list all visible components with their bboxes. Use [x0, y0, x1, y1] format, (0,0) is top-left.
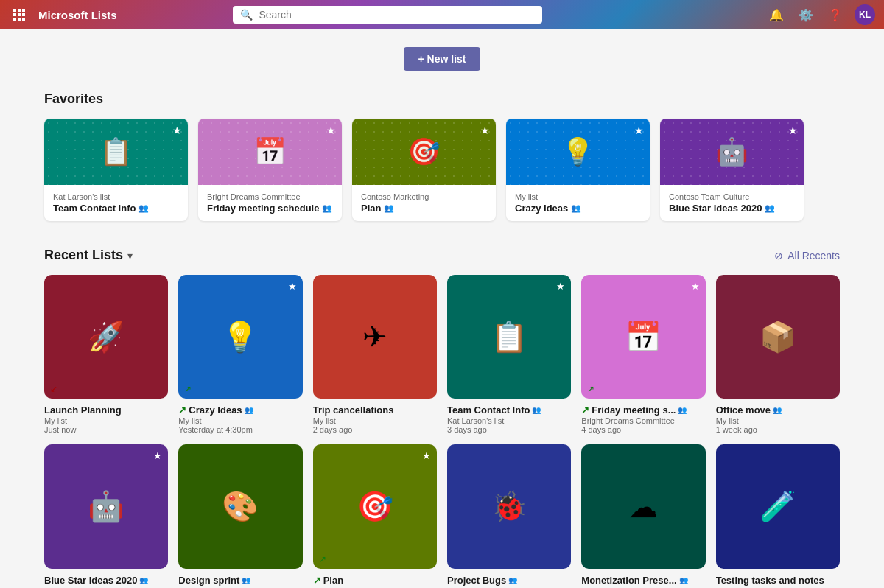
recent-icon: 📅 — [625, 320, 662, 354]
recent-list-item[interactable]: ★ 📅 ↗ ↗Friday meeting s... 👥 Bright Drea… — [581, 275, 705, 434]
fav-title-row: Team Contact Info 👥 — [53, 203, 179, 214]
fav-card-icon: 📋 — [99, 136, 133, 167]
svg-rect-1 — [18, 9, 21, 12]
recent-icon-wrap: 🐞 — [447, 444, 571, 568]
trend-up-icon: ↗ — [587, 384, 594, 394]
trend-prefix-icon: ↗ — [313, 575, 321, 586]
recent-icon-wrap: 🚀 ↙ — [44, 275, 168, 399]
help-icon[interactable]: ❓ — [825, 4, 846, 25]
favorite-card[interactable]: ★ 🤖 Contoso Team Culture Blue Star Ideas… — [660, 119, 804, 221]
fav-card-header: ★ 💡 — [506, 119, 650, 185]
recent-icon: 🚀 — [88, 320, 124, 354]
favorite-card[interactable]: ★ 🎯 Contoso Marketing Plan 👥 — [352, 119, 496, 221]
recent-title: Recent Lists — [44, 248, 123, 263]
settings-icon[interactable]: ⚙️ — [796, 4, 816, 25]
recent-icon-wrap: ★ 🎯 ↗ — [313, 444, 437, 568]
header-right: 🔔 ⚙️ ❓ KL — [766, 4, 875, 25]
search-bar[interactable]: 🔍 — [233, 6, 542, 24]
new-list-button[interactable]: + New list — [404, 47, 481, 71]
star-icon: ★ — [153, 450, 162, 461]
bell-icon[interactable]: 🔔 — [766, 4, 787, 25]
recent-chevron-icon[interactable]: ▾ — [127, 250, 133, 262]
recent-list-item[interactable]: ☁ Monetization Prese... 👥 Kat Larson's l… — [581, 444, 705, 588]
recent-icon: 🤖 — [88, 489, 124, 524]
recent-subtitle: Bright Dreams Committee — [581, 416, 675, 425]
fav-card-header: ★ 📋 — [44, 119, 188, 185]
recent-icon: 🐞 — [491, 489, 527, 524]
star-icon: ★ — [480, 125, 490, 136]
svg-rect-7 — [18, 18, 21, 21]
fav-card-body: My list Crazy Ideas 👥 — [506, 185, 650, 221]
fav-subtitle: Bright Dreams Committee — [207, 192, 333, 201]
trend-prefix-icon: ↗ — [581, 405, 589, 416]
avatar[interactable]: KL — [855, 4, 875, 25]
recent-time: Just now — [44, 425, 76, 434]
favorite-card[interactable]: ★ 📅 Bright Dreams Committee Friday meeti… — [198, 119, 342, 221]
fav-title-row: Plan 👥 — [361, 203, 487, 214]
fav-title-row: Friday meeting schedule 👥 — [207, 203, 333, 214]
waffle-icon[interactable] — [9, 4, 29, 25]
star-icon: ★ — [172, 125, 182, 136]
recent-time: 3 days ago — [447, 425, 487, 434]
share-icon: 👥 — [384, 203, 394, 213]
share-icon: 👥 — [508, 576, 517, 584]
favorite-card[interactable]: ★ 📋 Kat Larson's list Team Contact Info … — [44, 119, 188, 221]
svg-rect-0 — [13, 9, 16, 12]
recent-name: ↗Plan — [313, 575, 343, 586]
recent-list-item[interactable]: 🧪 Testing tasks and notes My list Last m… — [716, 444, 840, 588]
trend-down-icon: ↙ — [50, 384, 57, 394]
svg-rect-8 — [22, 18, 25, 21]
recent-list-item[interactable]: ★ 🎯 ↗ ↗Plan My list 2 weeks ago — [313, 444, 437, 588]
trend-prefix-icon: ↗ — [178, 405, 186, 416]
recent-icon-wrap: 🧪 — [716, 444, 840, 568]
recent-name: ↗Crazy Ideas 👥 — [178, 405, 253, 416]
recent-icon-wrap: ★ 🤖 — [44, 444, 168, 568]
recent-list-item[interactable]: ★ 💡 ↗ ↗Crazy Ideas 👥 My list Yesterday a… — [178, 275, 302, 434]
svg-rect-5 — [22, 13, 25, 16]
recent-icon: 📦 — [760, 320, 796, 354]
recent-name: ↗Friday meeting s... 👥 — [581, 405, 687, 416]
trend-up-icon: ↗ — [184, 384, 192, 394]
recent-time: 4 days ago — [581, 425, 621, 434]
recent-time: Yesterday at 4:30pm — [178, 425, 253, 434]
search-input[interactable] — [259, 9, 535, 21]
recent-list-item[interactable]: 🚀 ↙ Launch Planning My list Just now — [44, 275, 168, 434]
recent-list-item[interactable]: ★ 📋 Team Contact Info 👥 Kat Larson's lis… — [447, 275, 571, 434]
recent-icon: 🧪 — [760, 489, 796, 524]
filter-label[interactable]: All Recents — [787, 250, 840, 262]
recent-name: Testing tasks and notes — [716, 575, 824, 586]
recent-icon-wrap: ★ 📅 ↗ — [581, 275, 705, 399]
trend-up-icon: ↗ — [319, 554, 326, 564]
recent-list-item[interactable]: 🎨 Design sprint 👥 Bright Dreams Design T… — [178, 444, 302, 588]
star-icon: ★ — [634, 125, 644, 136]
fav-card-body: Bright Dreams Committee Friday meeting s… — [198, 185, 342, 221]
svg-rect-2 — [22, 9, 25, 12]
recent-name: Team Contact Info 👥 — [447, 405, 541, 416]
star-icon: ★ — [788, 125, 798, 136]
recent-icon-wrap: ☁ — [581, 444, 705, 568]
recent-list-item[interactable]: 📦 Office move 👥 My list 1 week ago — [716, 275, 840, 434]
star-icon: ★ — [422, 450, 431, 461]
svg-rect-4 — [18, 13, 21, 16]
fav-subtitle: My list — [515, 192, 641, 201]
search-icon: 🔍 — [240, 9, 253, 21]
recent-list-item[interactable]: ✈ Trip cancellations My list 2 days ago — [313, 275, 437, 434]
recent-name: Blue Star Ideas 2020 👥 — [44, 575, 148, 586]
fav-card-body: Kat Larson's list Team Contact Info 👥 — [44, 185, 188, 221]
share-icon: 👥 — [679, 576, 688, 584]
fav-card-body: Contoso Team Culture Blue Star Ideas 202… — [660, 185, 804, 221]
favorite-card[interactable]: ★ 💡 My list Crazy Ideas 👥 — [506, 119, 650, 221]
svg-rect-6 — [13, 18, 16, 21]
share-icon: 👥 — [322, 203, 332, 213]
all-recents-filter[interactable]: ⊘ All Recents — [774, 250, 840, 262]
fav-name: Friday meeting schedule — [207, 203, 319, 214]
recent-icon: ✈ — [362, 320, 387, 354]
recent-name: Monetization Prese... 👥 — [581, 575, 687, 586]
star-icon: ★ — [326, 125, 336, 136]
recent-icon-wrap: ★ 💡 ↗ — [178, 275, 302, 399]
recent-list-item[interactable]: ★ 🤖 Blue Star Ideas 2020 👥 Contoso Team … — [44, 444, 168, 588]
recent-list-item[interactable]: 🐞 Project Bugs 👥 Design Last month — [447, 444, 571, 588]
fav-name: Team Contact Info — [53, 203, 136, 214]
fav-card-body: Contoso Marketing Plan 👥 — [352, 185, 496, 221]
recent-name: Design sprint 👥 — [178, 575, 250, 586]
